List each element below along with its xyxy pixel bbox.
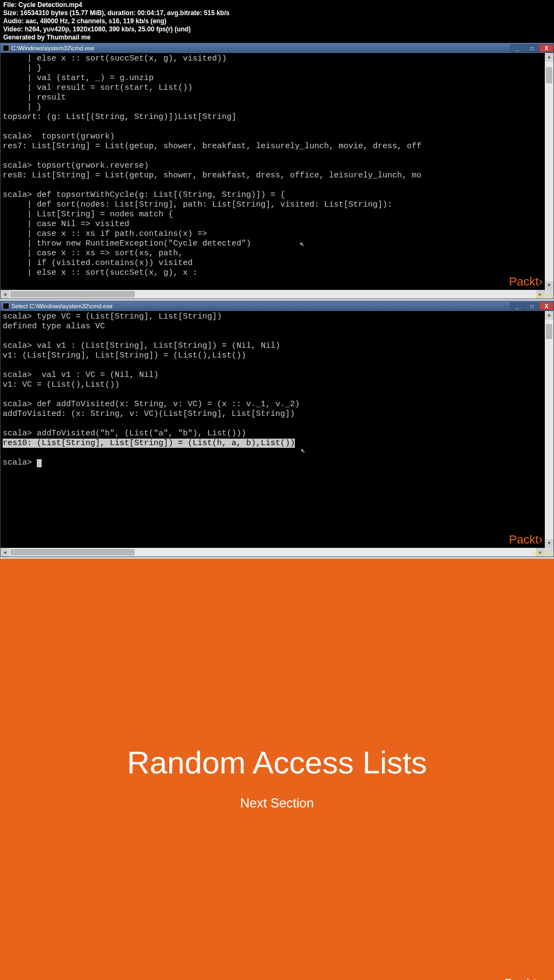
thumbnail-metadata: File: Cycle Detection.mp4 Size: 16534310…: [0, 0, 554, 43]
mouse-cursor-icon: ↖: [301, 446, 305, 455]
horizontal-scrollbar-1[interactable]: ◀ ▶: [1, 290, 553, 299]
horizontal-scrollbar-2[interactable]: ◀ ▶: [1, 548, 553, 557]
slide-title: Random Access Lists: [127, 744, 427, 780]
scroll-down-icon[interactable]: ▼: [545, 539, 553, 548]
terminal-window-1: C:\Windows\system32\cmd.exe _ □ X | else…: [0, 43, 554, 299]
titlebar-1[interactable]: C:\Windows\system32\cmd.exe _ □ X: [1, 43, 553, 53]
scrollbar-thumb[interactable]: [546, 324, 552, 339]
meta-audio: Audio: aac, 48000 Hz, 2 channels, s16, 1…: [3, 17, 551, 25]
packt-watermark: Packt›: [504, 976, 541, 980]
vertical-scrollbar-2[interactable]: ▲ ▼: [545, 311, 553, 548]
packt-watermark: Packt›: [509, 275, 543, 289]
frame-timestamp-1: 00:01:27: [533, 293, 552, 299]
maximize-button[interactable]: □: [525, 302, 539, 310]
presentation-slide: Random Access Lists Next Section Packt› …: [0, 559, 554, 980]
minimize-button[interactable]: _: [510, 302, 524, 310]
window-title-1: C:\Windows\system32\cmd.exe: [11, 45, 94, 51]
close-button[interactable]: X: [539, 302, 553, 310]
scroll-down-icon[interactable]: ▼: [545, 281, 553, 290]
scrollbar-thumb[interactable]: [10, 549, 135, 555]
scroll-up-icon[interactable]: ▲: [545, 311, 553, 320]
window-title-2: Select C:\Windows\system32\cmd.exe: [11, 303, 113, 309]
selected-text: res10: (List[String], List[String]) = (L…: [3, 439, 295, 448]
terminal-content-1[interactable]: | else x :: sort(succSet(x, g), visited)…: [1, 53, 553, 290]
scroll-left-icon[interactable]: ◀: [1, 290, 9, 299]
maximize-button[interactable]: □: [525, 44, 539, 52]
meta-file: File: Cycle Detection.mp4: [3, 1, 551, 9]
scrollbar-thumb[interactable]: [546, 67, 552, 83]
text-cursor: [37, 459, 42, 467]
slide-subtitle: Next Section: [240, 796, 314, 811]
titlebar-2[interactable]: Select C:\Windows\system32\cmd.exe _ □ X: [1, 301, 553, 311]
cmd-icon: [3, 303, 9, 309]
frame-timestamp-2: 00:02:42: [533, 551, 552, 557]
packt-watermark: Packt›: [509, 533, 543, 547]
terminal-content-2[interactable]: scala> type VC = (List[String], List[Str…: [1, 311, 553, 548]
meta-video: Video: h264, yuv420p, 1920x1080, 390 kb/…: [3, 25, 551, 34]
vertical-scrollbar-1[interactable]: ▲ ▼: [545, 53, 553, 290]
meta-size: Size: 16534310 bytes (15.77 MiB), durati…: [3, 9, 551, 17]
terminal-window-2: Select C:\Windows\system32\cmd.exe _ □ X…: [0, 301, 554, 557]
terminal-text-2b: scala>: [3, 458, 37, 467]
terminal-text-2a: scala> type VC = (List[String], List[Str…: [3, 312, 300, 438]
scrollbar-thumb[interactable]: [10, 291, 135, 297]
scroll-up-icon[interactable]: ▲: [545, 53, 553, 62]
close-button[interactable]: X: [539, 44, 553, 52]
terminal-text-1: | else x :: sort(succSet(x, g), visited)…: [3, 54, 421, 277]
minimize-button[interactable]: _: [510, 44, 524, 52]
mouse-cursor-icon: ↖: [300, 240, 304, 249]
cmd-icon: [3, 45, 9, 51]
scroll-left-icon[interactable]: ◀: [1, 548, 9, 557]
meta-generated: Generated by Thumbnail me: [3, 34, 551, 42]
